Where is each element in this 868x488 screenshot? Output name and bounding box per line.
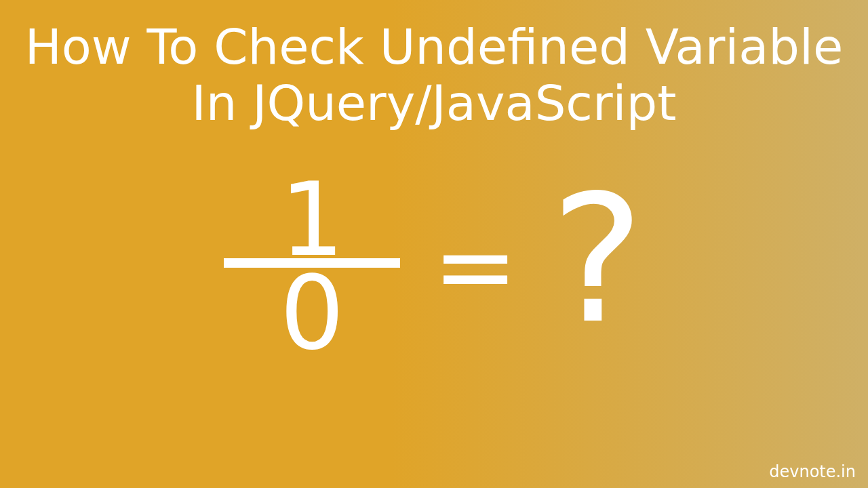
fraction: 1 0 (224, 169, 400, 364)
title-line-2: In JQuery/JavaScript (0, 75, 868, 131)
equals-sign: = (433, 207, 518, 325)
page-title: How To Check Undefined Variable In JQuer… (0, 0, 868, 131)
watermark: devnote.in (769, 462, 856, 481)
question-mark: ? (551, 171, 644, 348)
denominator: 0 (279, 262, 344, 364)
title-line-1: How To Check Undefined Variable (0, 19, 868, 75)
equation-graphic: 1 0 = ? (0, 169, 868, 364)
